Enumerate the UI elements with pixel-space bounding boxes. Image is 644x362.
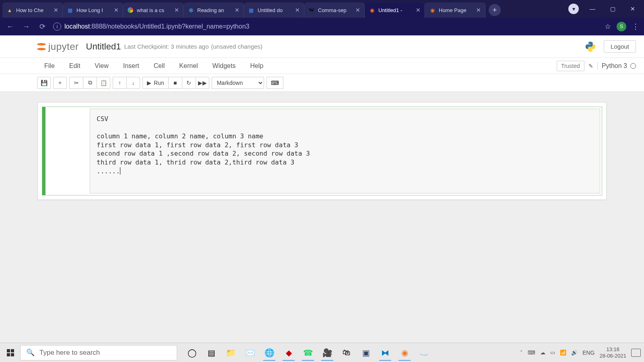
cell-type-select[interactable]: Markdown [212,77,264,89]
jupyter-page: jupyter Untitled1 Last Checkpoint: 3 min… [0,35,644,210]
notifications-icon[interactable] [631,349,641,357]
cell-border: CSV column 1 name, column 2 name, column… [42,107,602,195]
restart-button[interactable]: ↻ [182,77,196,89]
tab-title: Untitled1 - [378,7,413,13]
browser-menu-icon[interactable]: ⋮ [632,22,639,31]
cut-button[interactable]: ✂ [69,77,83,89]
menu-edit[interactable]: Edit [62,62,88,70]
close-icon[interactable]: ✕ [355,7,360,13]
close-icon[interactable]: ✕ [54,7,58,13]
extension-icon[interactable]: ▾ [568,4,579,14]
browser-titlebar: ▲ How to Che ✕ ▦ How Long I ✕ what is a … [0,0,644,18]
new-tab-button[interactable]: + [489,4,501,16]
jupyter-icon: ◉ [369,7,375,13]
battery-icon[interactable]: ▭ [550,350,555,356]
cell-editor[interactable]: CSV column 1 name, column 2 name, column… [90,109,600,193]
ms-store-icon[interactable]: 🛍 [338,345,355,361]
minimize-button[interactable]: — [586,6,599,12]
app-icon[interactable]: ▣ [357,345,374,361]
wikipedia-icon: W [308,7,315,13]
profile-badge[interactable]: S [617,22,626,31]
taskbar-search[interactable]: 🔍 Type here to search [20,345,177,360]
tab-jupyter-home[interactable]: ◉ Home Page ✕ [425,2,485,18]
python-icon: ⬢ [188,7,194,13]
url-host: localhost [64,23,90,30]
logout-button[interactable]: Logout [604,40,636,53]
anaconda-icon[interactable]: ◉ [396,345,413,361]
clock[interactable]: 13:16 28-06-2021 [600,346,627,359]
tab-jupyter-notebook[interactable]: ◉ Untitled1 - ✕ [365,2,425,18]
save-button[interactable]: 💾 [37,77,51,89]
maximize-button[interactable]: ▢ [606,6,619,12]
close-icon[interactable]: ✕ [476,7,481,13]
tab-google[interactable]: what is a cs ✕ [123,2,184,18]
language-indicator[interactable]: ENG [582,350,594,356]
menu-insert[interactable]: Insert [116,62,147,70]
command-palette-button[interactable]: ⌨ [266,77,283,89]
close-window-button[interactable]: ✕ [626,6,639,12]
back-button[interactable]: ← [5,21,15,32]
system-tray: ˄ ⌨ ☁ ▭ 📶 🔊 ENG 13:16 28-06-2021 [520,346,641,359]
close-icon[interactable]: ✕ [174,7,179,13]
bookmark-icon[interactable]: ☆ [605,22,611,31]
acrobat-icon[interactable]: ◆ [280,345,297,361]
paste-button[interactable]: 📋 [97,77,110,89]
kernel-indicator[interactable]: Python 3 [597,62,636,70]
cortana-icon[interactable]: ◯ [184,345,200,361]
notebook-area: CSV column 1 name, column 2 name, column… [0,92,644,210]
close-icon[interactable]: ✕ [235,7,239,13]
tray-overflow-icon[interactable]: ˄ [520,350,523,356]
tab-docs-2[interactable]: ▦ Untitled do ✕ [244,2,304,18]
menu-file[interactable]: File [37,62,62,70]
markdown-cell[interactable]: CSV column 1 name, column 2 name, column… [42,107,602,195]
unsaved-label: (unsaved changes) [211,43,263,50]
notebook-title[interactable]: Untitled1 [86,41,121,52]
tab-wikipedia[interactable]: W Comma-sep ✕ [304,2,365,18]
close-icon[interactable]: ✕ [416,7,421,13]
volume-icon[interactable]: 🔊 [571,350,578,356]
kernel-name: Python 3 [602,62,627,70]
drive-icon: ▲ [6,7,13,13]
close-icon[interactable]: ✕ [114,7,119,13]
search-placeholder: Type here to search [39,349,100,357]
file-explorer-icon[interactable]: 📁 [222,345,239,361]
tab-python[interactable]: ⬢ Reading an ✕ [184,2,244,18]
insert-cell-button[interactable]: ＋ [53,77,67,89]
whatsapp-icon[interactable]: ☎ [299,345,316,361]
tab-docs-1[interactable]: ▦ How Long I ✕ [63,2,123,18]
zoom-icon[interactable]: 🎥 [319,345,336,361]
move-down-button[interactable]: ↓ [126,77,140,89]
tab-drive[interactable]: ▲ How to Che ✕ [2,2,63,18]
reload-button[interactable]: ⟳ [37,21,47,32]
tab-title: what is a cs [137,7,171,13]
address-field[interactable]: i localhost:8888/notebooks/Untitled1.ipy… [53,23,599,31]
menu-widgets[interactable]: Widgets [205,62,243,70]
forward-button[interactable]: → [21,21,31,32]
keyboard-icon[interactable]: ⌨ [528,350,535,356]
weather-icon[interactable]: ☁️ [415,345,432,361]
site-info-icon[interactable]: i [53,23,61,31]
chrome-icon[interactable]: 🌐 [261,345,278,361]
edit-notebook-icon[interactable]: ✎ [588,63,593,69]
prompt-area [45,107,90,195]
interrupt-button[interactable]: ■ [168,77,182,89]
restart-run-all-button[interactable]: ▶▶ [196,77,209,89]
copy-button[interactable]: ⧉ [83,77,97,89]
run-button[interactable]: ▶ Run [142,77,168,89]
vscode-icon[interactable]: ⧓ [377,345,394,361]
task-view-icon[interactable]: ▤ [203,345,220,361]
start-button[interactable] [3,346,18,360]
mail-icon[interactable]: ✉️ [242,345,258,361]
menu-view[interactable]: View [87,62,116,70]
close-icon[interactable]: ✕ [295,7,300,13]
move-up-button[interactable]: ↑ [113,77,126,89]
google-icon [127,7,134,13]
jupyter-logo[interactable]: jupyter [37,41,79,52]
menu-kernel[interactable]: Kernel [172,62,205,70]
notebook-sheet: CSV column 1 name, column 2 name, column… [37,102,607,200]
trusted-indicator[interactable]: Trusted [557,61,584,71]
onedrive-icon[interactable]: ☁ [540,350,545,356]
menu-cell[interactable]: Cell [147,62,172,70]
menu-help[interactable]: Help [243,62,270,70]
wifi-icon[interactable]: 📶 [560,350,566,356]
